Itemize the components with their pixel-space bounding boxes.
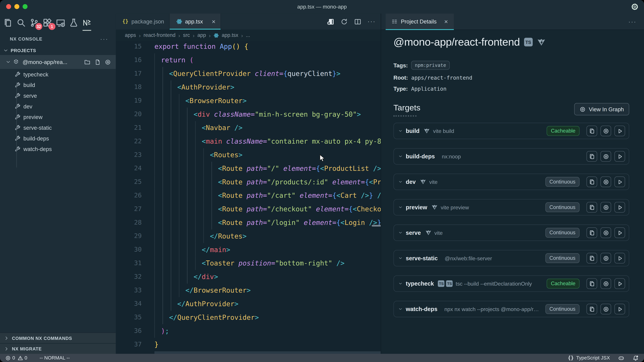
copy-button[interactable] (586, 176, 597, 187)
remote-window-icon[interactable] (56, 18, 65, 27)
chevron-down-icon[interactable] (398, 231, 402, 235)
projects-section-header[interactable]: PROJECTS (0, 46, 116, 55)
target-icons: TSTS (438, 280, 453, 287)
split-icon[interactable] (354, 18, 362, 25)
view-in-graph-button[interactable] (600, 304, 611, 314)
target-card-preview[interactable]: previewvite previewContinuous (394, 199, 629, 216)
view-in-graph-button[interactable] (600, 151, 611, 162)
tab-package-json[interactable]: {}package.json (116, 13, 170, 30)
sidebar-target-watch-deps[interactable]: watch-deps (0, 144, 116, 154)
vite-icon (424, 128, 430, 134)
beaker-icon[interactable] (69, 18, 78, 27)
line-number: 24 (116, 162, 142, 175)
breadcrumb-item[interactable]: app.tsx (222, 32, 238, 38)
more-icon[interactable]: ··· (368, 18, 375, 25)
run-target-button[interactable] (614, 202, 625, 213)
target-card-typecheck[interactable]: typecheckTSTStsc --build --emitDeclarati… (394, 275, 629, 292)
sidebar-target-serve-static[interactable]: serve-static (0, 122, 116, 133)
target-name: dev (406, 178, 416, 185)
target-icon[interactable] (105, 59, 111, 65)
breadcrumb[interactable]: apps›react-frontend›src›app›app.tsx›... (116, 29, 381, 41)
status-badge: Continuous (546, 228, 580, 238)
breadcrumb-item[interactable]: src (183, 32, 190, 38)
view-in-graph-button[interactable] (600, 253, 611, 264)
error-status[interactable]: 0 (5, 355, 15, 361)
run-target-button[interactable] (614, 125, 625, 136)
sidebar-target-dev[interactable]: dev (0, 101, 116, 112)
target-card-dev[interactable]: devviteContinuous (394, 174, 629, 190)
source-control-icon[interactable]: 32 (30, 18, 39, 27)
warning-status[interactable]: 0 (18, 355, 27, 361)
run-target-button[interactable] (614, 151, 625, 162)
section-common-nx-commands[interactable]: COMMON NX COMMANDS (0, 333, 116, 343)
search-icon[interactable] (16, 18, 26, 27)
view-in-graph-button[interactable] (600, 176, 611, 187)
run-target-button[interactable] (614, 278, 625, 289)
target-card-build-deps[interactable]: build-depsnx:noop (394, 148, 629, 165)
copy-button[interactable] (586, 278, 597, 289)
folder-icon[interactable] (84, 59, 90, 65)
run-target-button[interactable] (614, 304, 625, 314)
view-in-graph-button[interactable]: View In Graph (574, 103, 629, 115)
sidebar-more-actions-icon[interactable]: ··· (100, 35, 108, 42)
chevron-down-icon[interactable] (398, 205, 402, 209)
sidebar-target-serve[interactable]: serve (0, 90, 116, 101)
section-nx-migrate[interactable]: NX MIGRATE (0, 343, 116, 354)
close-tab-icon[interactable]: ✕ (444, 18, 448, 24)
sidebar-target-build[interactable]: build (0, 80, 116, 90)
chevron-down-icon[interactable] (398, 282, 402, 286)
chevron-down-icon[interactable] (398, 154, 402, 158)
target-card-watch-deps[interactable]: watch-depsnpx nx watch --projects @mono-… (394, 301, 629, 317)
tab-app-tsx[interactable]: app.tsx✕ (170, 13, 221, 30)
copy-button[interactable] (586, 304, 597, 314)
copy-button[interactable] (586, 151, 597, 162)
refresh-icon[interactable] (340, 18, 348, 25)
code-editor[interactable]: 15export function App() {16return (17<Qu… (116, 41, 381, 354)
close-tab-icon[interactable]: ✕ (212, 18, 216, 24)
run-target-button[interactable] (614, 253, 625, 264)
view-in-graph-button[interactable] (600, 227, 611, 238)
target-command: vite preview (441, 204, 469, 210)
project-tree-item[interactable]: @mono-app/rea... (0, 55, 116, 69)
window-title: app.tsx — mono-app (0, 0, 644, 13)
sidebar-target-preview[interactable]: preview (0, 112, 116, 122)
chevron-down-icon[interactable] (398, 180, 402, 184)
wrench-icon (15, 114, 20, 120)
copilot-icon (618, 355, 624, 361)
copy-button[interactable] (586, 202, 597, 213)
copy-button[interactable] (586, 253, 597, 264)
extensions-icon[interactable]: 1 (43, 18, 52, 27)
settings-gear-icon[interactable] (631, 3, 639, 11)
run-target-button[interactable] (614, 227, 625, 238)
language-selector[interactable]: {}TypeScript JSX (568, 355, 610, 361)
breadcrumb-item[interactable]: apps (125, 32, 136, 38)
generate-icon[interactable] (94, 59, 100, 65)
copy-button[interactable] (586, 227, 597, 238)
run-target-button[interactable] (614, 176, 625, 187)
target-card-serve[interactable]: serveviteContinuous (394, 225, 629, 241)
view-in-graph-button[interactable] (600, 125, 611, 136)
target-card-serve-static[interactable]: serve-static@nx/web:file-serverContinuou… (394, 250, 629, 266)
target-card-build[interactable]: buildvite buildCacheable (394, 123, 629, 139)
breadcrumb-item[interactable]: app (198, 32, 206, 38)
chevron-down-icon[interactable] (398, 129, 402, 133)
sidebar-target-typecheck[interactable]: typecheck (0, 69, 116, 80)
chevron-down-icon[interactable] (398, 307, 402, 311)
copilot-status[interactable] (618, 355, 624, 361)
chevron-down-icon[interactable] (398, 256, 402, 260)
target-icon (603, 153, 609, 160)
right-panel-more-actions-icon[interactable]: ··· (628, 18, 644, 25)
tab-project-details[interactable]: Project Details ✕ (386, 13, 454, 30)
open-project-details-icon[interactable] (327, 18, 334, 25)
files-icon[interactable] (3, 18, 13, 27)
vim-mode[interactable]: -- NORMAL -- (40, 355, 70, 361)
sidebar-target-build-deps[interactable]: build-deps (0, 133, 116, 144)
nx-icon[interactable] (82, 18, 92, 27)
copy-button[interactable] (586, 125, 597, 136)
bell-dot-status[interactable] (632, 355, 639, 361)
line-number: 26 (116, 189, 142, 202)
view-in-graph-button[interactable] (600, 202, 611, 213)
view-in-graph-button[interactable] (600, 278, 611, 289)
breadcrumb-item[interactable]: ... (246, 32, 250, 38)
breadcrumb-item[interactable]: react-frontend (144, 32, 176, 38)
